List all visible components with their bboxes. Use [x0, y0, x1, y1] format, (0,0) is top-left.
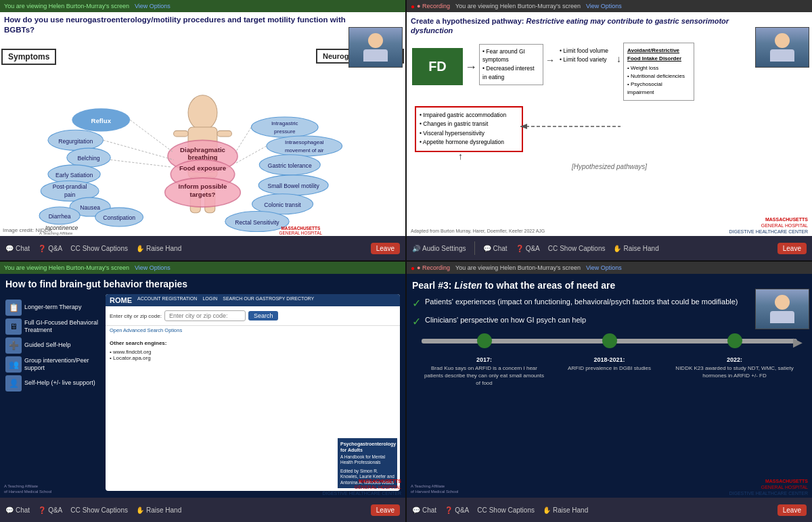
slide-title-2: Create a hypothesized pathway: Restricti… [411, 16, 808, 36]
leave-btn-2[interactable]: Leave [777, 243, 807, 254]
fear-box: • Fear around GI symptoms • Decreased in… [479, 44, 543, 85]
qa-icon-2: ❓ [516, 245, 524, 252]
group-icon: 👥 [5, 356, 22, 373]
chat-btn-3[interactable]: 💬 Chat [5, 506, 30, 514]
qa-btn-2[interactable]: ❓ Q&A [516, 245, 540, 252]
bottombar-top-left: 💬 Chat ❓ Q&A CC Show Captions ✋ Raise Ha… [0, 236, 405, 260]
captions-btn-1[interactable]: CC Show Captions [70, 245, 128, 252]
checklist: ✓ Patients' experiences (impact on funct… [412, 297, 807, 328]
leave-btn-1[interactable]: Leave [371, 243, 400, 254]
timeline-bar-container: ▶ [422, 339, 797, 343]
rome-nav-3[interactable]: SEARCH OUR GASTROSPY DIRECTORY [223, 296, 314, 304]
qa-btn-1[interactable]: ❓ Q&A [38, 245, 62, 252]
timeline-item-1: 2017: Brad Kuo says on ARFID is a concer… [424, 356, 545, 387]
selfhelp-label: Self-Help (+/- live support) [24, 379, 95, 387]
search-label: Enter city or zip code: [110, 313, 162, 319]
qa-icon: ❓ [38, 245, 46, 252]
qa-btn-3[interactable]: ❓ Q&A [38, 506, 62, 514]
view-options-btn-3[interactable]: View Options [135, 264, 171, 271]
raise-hand-btn-4[interactable]: ✋ Raise Hand [543, 506, 588, 514]
rome-header: ROME ACCOUNT REGISTRATION LOGIN SEARCH O… [106, 294, 400, 306]
recording-dot-4: ● [411, 264, 415, 272]
svg-text:Constipation: Constipation [103, 214, 135, 221]
rome-title: ROME [110, 296, 132, 304]
raise-hand-btn-1[interactable]: ✋ Raise Hand [136, 245, 181, 252]
raise-hand-btn-2[interactable]: ✋ Raise Hand [613, 245, 658, 252]
arrow-2: → [545, 55, 555, 66]
avatar-bottom-right [755, 289, 809, 329]
chat-btn-4[interactable]: 💬 Chat [412, 506, 436, 514]
panel-top-right: ● ● Recording You are viewing Helen Burt… [407, 0, 812, 260]
panel-bottom-left: You are viewing Helen Burton-Murray's sc… [0, 262, 405, 522]
book-subtitle: A Handbook for Mental Health Professiona… [340, 454, 394, 466]
bottombar-bottom-right: 💬 Chat ❓ Q&A CC Show Captions ✋ Raise Ha… [407, 498, 812, 522]
mgh-digestive-4: DIGESTIVE HEALTHCARE CENTER [729, 491, 808, 496]
timeline-dot-2 [602, 333, 617, 348]
raise-hand-btn-3[interactable]: ✋ Raise Hand [136, 506, 181, 514]
svg-text:pressure: pressure [274, 128, 296, 135]
svg-text:Colonic transit: Colonic transit [264, 201, 301, 208]
teaching-affiliate-3: A Teaching Affiliateof Harvard Medical S… [4, 484, 51, 495]
svg-text:Intragastric: Intragastric [271, 120, 298, 126]
captions-btn-2[interactable]: CC Show Captions [548, 245, 606, 252]
qa-btn-4[interactable]: ❓ Q&A [445, 506, 469, 514]
ladder-item-4: 👥 Group intervention/Peer support [5, 356, 100, 373]
rome-nav-1[interactable]: ACCOUNT REGISTRATION [137, 296, 197, 304]
advanced-search-link[interactable]: Open Advanced Search Options [106, 326, 400, 335]
svg-line-49 [235, 127, 252, 153]
viewing-text-4: You are viewing Helen Burton-Murray's sc… [455, 264, 581, 271]
timeline-text-2: ARFID prevalence in DGBI studies [549, 364, 670, 372]
audio-settings-btn[interactable]: 🔊 Audio Settings [412, 245, 466, 252]
chat-icon-4: 💬 [412, 506, 420, 514]
mgh-hospital-2: GENERAL HOSPITAL [761, 223, 808, 228]
captions-icon-3: CC [70, 506, 80, 514]
qa-icon-4: ❓ [445, 506, 453, 514]
svg-marker-56 [520, 124, 527, 129]
leave-btn-3[interactable]: Leave [371, 504, 400, 516]
rome-search-input[interactable] [164, 310, 246, 321]
arfid-title: Avoidant/Restrictive Food Intake Disorde… [627, 47, 690, 63]
leave-btn-4[interactable]: Leave [777, 504, 807, 516]
svg-text:targets?: targets? [189, 191, 215, 198]
book-title: Psychogastroenterology for Adults [340, 441, 394, 453]
svg-text:Reflux: Reflux [91, 117, 112, 124]
bottombar-top-right: 🔊 Audio Settings 💬 Chat ❓ Q&A CC Show Ca… [407, 236, 812, 260]
rome-nav-2[interactable]: LOGIN [202, 296, 217, 304]
captions-btn-4[interactable]: CC Show Captions [477, 506, 535, 514]
svg-text:GENERAL HOSPITAL: GENERAL HOSPITAL [279, 231, 323, 235]
check-item-1: ✓ Patients' experiences (impact on funct… [412, 297, 746, 310]
slide-title-3: How to find brain-gut behavior therapies [0, 274, 405, 294]
avatar-body [363, 49, 388, 62]
chat-btn-2[interactable]: 💬 Chat [483, 245, 508, 252]
arfid-box: Avoidant/Restrictive Food Intake Disorde… [623, 43, 694, 101]
therapy-ladder: 📋 Longer-term Therapy 🖥 Full GI-Focused … [5, 294, 100, 491]
view-options-btn[interactable]: View Options [135, 3, 171, 9]
arrow-3: ↓ [616, 53, 621, 64]
svg-text:pain: pain [64, 191, 75, 198]
avatar-head-4 [775, 295, 790, 310]
raise-hand-icon-2: ✋ [613, 245, 621, 252]
mgh-logo-4: MASSACHUSETTS GENERAL HOSPITAL DIGESTIVE… [729, 478, 808, 496]
view-options-btn-4[interactable]: View Options [586, 264, 622, 271]
svg-rect-3 [217, 130, 231, 137]
captions-icon: CC [70, 245, 80, 252]
timeline: ▶ 2017: Brad Kuo says on ARFID is a conc… [412, 339, 807, 387]
avatar-body-2 [770, 49, 794, 62]
longer-term-icon: 📋 [5, 300, 22, 316]
arrows-col: → [545, 43, 555, 66]
svg-text:Nausea: Nausea [80, 204, 100, 211]
limit-item-1: • Limit food volume [560, 47, 612, 56]
mgh-digestive-3: DIGESTIVE HEALTHCARE CENTER [322, 491, 401, 496]
avatar-top-left [348, 27, 403, 68]
chat-btn-1[interactable]: 💬 Chat [5, 245, 30, 252]
longer-term-label: Longer-term Therapy [24, 304, 81, 312]
captions-icon-4: CC [477, 506, 487, 514]
captions-btn-3[interactable]: CC Show Captions [70, 506, 128, 514]
mgh-name-4: MASSACHUSETTS [765, 479, 808, 483]
ladder-item-1: 📋 Longer-term Therapy [5, 300, 100, 316]
view-options-btn-2[interactable]: View Options [586, 3, 622, 9]
rome-search-button[interactable]: Search [248, 311, 279, 321]
recording-dot: ● [411, 3, 415, 10]
bottombar-bottom-left: 💬 Chat ❓ Q&A CC Show Captions ✋ Raise Ha… [0, 498, 405, 522]
avatar-face [349, 28, 402, 67]
